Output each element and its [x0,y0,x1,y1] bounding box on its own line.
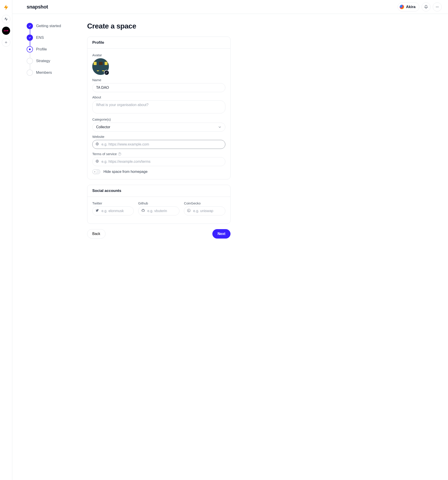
topbar: snapshot Akira [12,0,448,14]
user-menu[interactable]: Akira [398,2,419,11]
step-label: Members [36,71,52,75]
name-input[interactable] [92,83,225,92]
rail-add-space[interactable] [2,38,10,47]
more-button[interactable] [433,2,442,11]
profile-card: Profile Avatar Name [87,36,230,179]
notifications-button[interactable] [421,2,431,11]
categories-value: Collector [96,125,110,129]
twitter-label: Twitter [92,201,134,205]
categories-select[interactable]: Collector [92,123,225,132]
lightning-icon [3,4,9,11]
side-rail: DAΦ [0,0,12,480]
app-logo[interactable] [2,3,10,12]
svg-point-2 [438,7,438,7]
rail-dao-space[interactable]: DAΦ [2,27,10,35]
name-label: Name [92,78,225,82]
page-title: Create a space [87,22,230,30]
rail-dao-label: DAΦ [4,30,8,32]
step-label: Strategy [36,59,50,63]
github-icon [141,209,145,213]
website-input[interactable] [92,140,225,149]
hide-space-toggle[interactable] [92,169,100,174]
terms-label-text: Terms of service [92,152,117,156]
rail-activity[interactable] [2,15,10,23]
coingecko-icon [187,209,191,213]
check-icon [28,36,31,39]
svg-point-6 [188,210,189,211]
about-label: About [92,95,225,99]
terms-label: Terms of service ? [92,152,225,156]
terms-input[interactable] [92,157,225,166]
setup-stepper: Getting started ENS Profile [27,22,74,239]
step-strategy[interactable]: Strategy [27,58,74,64]
social-card: Social accounts Twitter [87,185,230,224]
bell-icon [424,5,428,9]
twitter-icon [96,209,99,213]
about-input[interactable] [92,100,225,113]
ellipsis-icon [435,5,439,9]
back-button[interactable]: Back [87,229,105,239]
social-card-title: Social accounts [87,185,230,197]
globe-icon [96,142,99,147]
hide-space-label: Hide space from homepage [103,170,148,174]
svg-point-0 [436,7,436,7]
coingecko-label: CoinGecko [184,201,225,205]
step-profile[interactable]: Profile [27,46,74,52]
website-label: Website [92,135,225,139]
chevron-down-icon [218,125,221,129]
svg-point-1 [437,7,437,7]
user-name: Akira [406,5,415,9]
github-label: Github [138,201,180,205]
check-icon [28,25,31,27]
activity-icon [4,17,8,21]
step-label: ENS [36,35,44,40]
profile-card-title: Profile [87,37,230,49]
step-label: Profile [36,47,47,52]
avatar-uploader[interactable] [92,58,109,75]
avatar-edit-button[interactable] [104,70,109,75]
plus-icon [4,41,8,44]
avatar-label: Avatar [92,53,225,57]
globe-icon [96,159,99,164]
next-button[interactable]: Next [212,229,230,239]
categories-label: Categorie(s) [92,118,225,121]
user-avatar-icon [400,5,404,9]
step-getting-started[interactable]: Getting started [27,23,74,29]
step-ens[interactable]: ENS [27,35,74,41]
svg-point-5 [187,209,190,212]
pencil-icon [105,71,108,74]
brand-name: snapshot [27,4,48,10]
step-label: Getting started [36,24,61,28]
help-icon[interactable]: ? [118,152,121,155]
step-members[interactable]: Members [27,70,74,76]
